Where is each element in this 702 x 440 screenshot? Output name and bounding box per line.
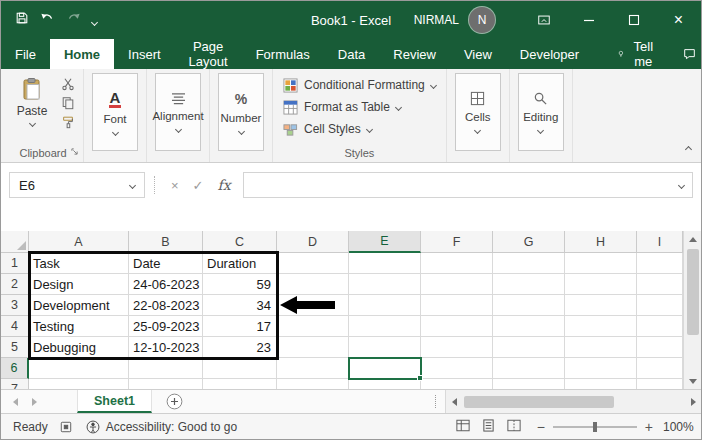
cell-E2[interactable]: [349, 274, 421, 295]
scroll-up-button[interactable]: [684, 231, 701, 247]
cell-D2[interactable]: [277, 274, 349, 295]
column-header-B[interactable]: B: [129, 231, 203, 253]
tab-formulas[interactable]: Formulas: [242, 39, 324, 69]
cell-F4[interactable]: [421, 316, 493, 337]
cell-A3[interactable]: Development: [29, 295, 129, 316]
cell-H1[interactable]: [565, 253, 637, 274]
tab-developer[interactable]: Developer: [506, 39, 593, 69]
tab-file[interactable]: File: [1, 39, 50, 69]
conditional-formatting-button[interactable]: Conditional Formatting: [279, 75, 440, 95]
scroll-left-button[interactable]: [446, 390, 462, 413]
number-group-button[interactable]: % Number: [218, 73, 264, 151]
cancel-entry-button[interactable]: ×: [171, 178, 179, 193]
zoom-percentage[interactable]: 100%: [663, 420, 701, 434]
comments-button[interactable]: [666, 39, 702, 69]
cell-F6[interactable]: [421, 358, 493, 379]
minimize-button[interactable]: [566, 1, 611, 39]
cell-A5[interactable]: Debugging: [29, 337, 129, 358]
close-button[interactable]: ×: [656, 1, 701, 39]
cell-I5[interactable]: [637, 337, 683, 358]
cell-H4[interactable]: [565, 316, 637, 337]
cell-C4[interactable]: 17: [203, 316, 277, 337]
column-header-C[interactable]: C: [203, 231, 277, 253]
column-header-I[interactable]: I: [637, 231, 683, 253]
cell-G4[interactable]: [493, 316, 565, 337]
new-sheet-button[interactable]: [166, 390, 183, 413]
zoom-slider-thumb[interactable]: [593, 422, 597, 432]
zoom-slider[interactable]: [553, 426, 637, 428]
row-header-5[interactable]: 5: [1, 337, 29, 358]
cell-A4[interactable]: Testing: [29, 316, 129, 337]
cell-E4[interactable]: [349, 316, 421, 337]
row-header-2[interactable]: 2: [1, 274, 29, 295]
cell-F3[interactable]: [421, 295, 493, 316]
next-sheet-button[interactable]: [32, 398, 37, 406]
horizontal-scrollbar[interactable]: [445, 390, 701, 413]
tab-page-layout[interactable]: Page Layout: [175, 39, 242, 69]
cell-H5[interactable]: [565, 337, 637, 358]
vertical-scrollbar[interactable]: [683, 231, 701, 389]
row-header-6[interactable]: 6: [1, 358, 29, 379]
cell-H2[interactable]: [565, 274, 637, 295]
cell-G1[interactable]: [493, 253, 565, 274]
tab-insert[interactable]: Insert: [114, 39, 175, 69]
cell-I2[interactable]: [637, 274, 683, 295]
horizontal-scroll-thumb[interactable]: [464, 396, 614, 408]
format-painter-button[interactable]: [61, 115, 75, 129]
maximize-button[interactable]: [611, 1, 656, 39]
user-name[interactable]: NIRMAL: [414, 13, 459, 27]
cell-G6[interactable]: [493, 358, 565, 379]
cell-D5[interactable]: [277, 337, 349, 358]
formula-input[interactable]: [243, 172, 693, 198]
ribbon-display-options-button[interactable]: [521, 1, 566, 39]
column-header-H[interactable]: H: [565, 231, 637, 253]
font-group-button[interactable]: A Font: [92, 73, 138, 151]
cell-E5[interactable]: [349, 337, 421, 358]
cell-H3[interactable]: [565, 295, 637, 316]
column-header-G[interactable]: G: [493, 231, 565, 253]
cell-C2[interactable]: 59: [203, 274, 277, 295]
insert-function-button[interactable]: fx: [218, 177, 231, 193]
cell-G7[interactable]: [493, 379, 565, 389]
scroll-right-button[interactable]: [685, 390, 701, 413]
cell-E7[interactable]: [349, 379, 421, 389]
cell-C1[interactable]: Duration: [203, 253, 277, 274]
cell-D6[interactable]: [277, 358, 349, 379]
column-header-D[interactable]: D: [277, 231, 349, 253]
copy-button[interactable]: [61, 96, 75, 110]
cell-B4[interactable]: 25-09-2023: [129, 316, 203, 337]
cell-I6[interactable]: [637, 358, 683, 379]
cell-F5[interactable]: [421, 337, 493, 358]
cell-D7[interactable]: [277, 379, 349, 389]
cell-B6[interactable]: [129, 358, 203, 379]
editing-group-button[interactable]: Editing: [518, 73, 564, 151]
tab-data[interactable]: Data: [324, 39, 379, 69]
sheet-tab-sheet1[interactable]: Sheet1: [77, 390, 152, 413]
normal-view-button[interactable]: [456, 419, 470, 435]
format-as-table-button[interactable]: Format as Table: [279, 97, 405, 117]
cell-styles-button[interactable]: Cell Styles: [279, 119, 376, 139]
cell-E1[interactable]: [349, 253, 421, 274]
page-break-preview-button[interactable]: [507, 419, 521, 435]
save-button[interactable]: [15, 11, 29, 29]
zoom-in-button[interactable]: +: [645, 419, 653, 435]
avatar[interactable]: N: [469, 7, 495, 33]
cell-B1[interactable]: Date: [129, 253, 203, 274]
cell-C5[interactable]: 23: [203, 337, 277, 358]
column-header-F[interactable]: F: [421, 231, 493, 253]
cell-C3[interactable]: 34: [203, 295, 277, 316]
cell-F2[interactable]: [421, 274, 493, 295]
customize-qat-button[interactable]: [92, 11, 97, 29]
tell-me-button[interactable]: Tell me: [607, 39, 666, 69]
collapse-ribbon-button[interactable]: [686, 138, 691, 156]
cell-D4[interactable]: [277, 316, 349, 337]
cell-G2[interactable]: [493, 274, 565, 295]
cell-B3[interactable]: 22-08-2023: [129, 295, 203, 316]
cell-B5[interactable]: 12-10-2023: [129, 337, 203, 358]
cell-D1[interactable]: [277, 253, 349, 274]
row-header-3[interactable]: 3: [1, 295, 29, 316]
cell-F1[interactable]: [421, 253, 493, 274]
cell-H7[interactable]: [565, 379, 637, 389]
zoom-out-button[interactable]: −: [537, 419, 545, 435]
select-all-corner[interactable]: [1, 231, 29, 253]
